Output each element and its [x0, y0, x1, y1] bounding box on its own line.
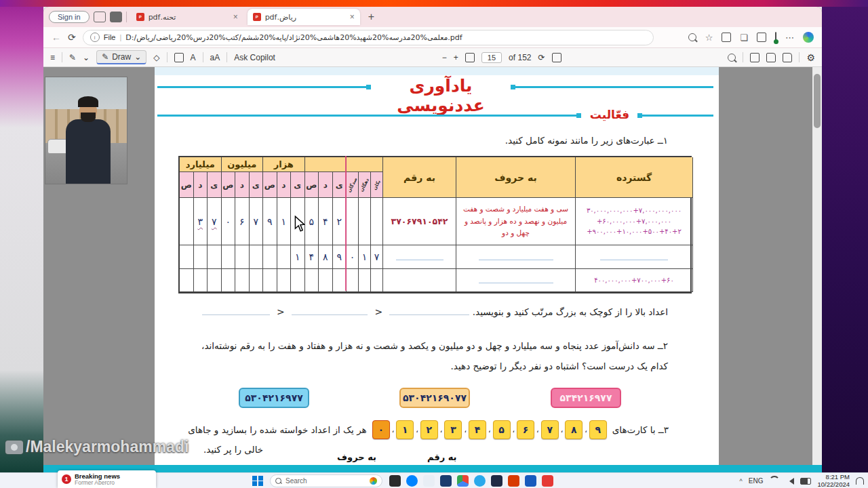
digit-cell[interactable] [371, 269, 383, 292]
digit-cell[interactable]: ۶ [235, 198, 250, 245]
wifi-icon[interactable] [769, 476, 780, 487]
new-tab-button[interactable]: + [364, 11, 378, 23]
taskbar-icon-app-orange[interactable] [508, 475, 519, 487]
digit-cell[interactable] [250, 269, 264, 292]
search-document-icon[interactable] [728, 54, 736, 62]
digit-cell[interactable] [250, 245, 264, 269]
digit-card-۳[interactable]: ۳ [444, 420, 462, 439]
page-info-icon[interactable]: i [90, 33, 100, 42]
taskbar-icon-app-red[interactable] [542, 475, 553, 487]
taskbar-icon-app-dark[interactable] [389, 475, 401, 487]
tray-chevron-icon[interactable]: ^ [740, 478, 743, 485]
sign-in-button[interactable]: Sign in [49, 11, 90, 23]
close-tab-icon[interactable]: × [233, 12, 238, 22]
digit-cell[interactable] [222, 269, 236, 292]
page-number-input[interactable]: 15 [481, 52, 502, 63]
volume-icon[interactable] [786, 478, 794, 485]
refresh-icon[interactable]: ⟳ [68, 32, 76, 43]
tab-pdf-2-active[interactable]: P ریاض.pdf × [248, 9, 360, 25]
digit-cell[interactable] [371, 198, 383, 245]
save-icon[interactable] [766, 53, 776, 62]
text-selection-icon[interactable]: A [191, 53, 196, 62]
digit-cell[interactable] [180, 198, 194, 245]
answer-blank[interactable] [202, 308, 270, 315]
zoom-page-icon[interactable] [688, 33, 696, 41]
digit-cell[interactable] [235, 269, 250, 292]
digit-cell[interactable] [208, 269, 222, 292]
berakam-cell-row3[interactable] [383, 269, 456, 292]
save-as-icon[interactable] [783, 53, 792, 62]
digit-cell[interactable] [222, 245, 236, 269]
digit-card-۹[interactable]: ۹ [589, 420, 607, 439]
digit-cell[interactable] [347, 269, 359, 292]
digit-card-۲[interactable]: ۲ [420, 420, 438, 439]
digit-card-۱[interactable]: ۱ [396, 420, 414, 439]
answer-box-pink[interactable]: ۵۳۴۲۱۶۹۷۷ [551, 388, 621, 408]
split-screen-icon[interactable] [722, 33, 731, 42]
ask-copilot-button[interactable]: Ask Copilot [234, 53, 275, 62]
digit-cell[interactable]: ۰ [222, 198, 236, 245]
copilot-icon[interactable] [803, 32, 814, 43]
digit-cell[interactable]: ۹ [333, 245, 347, 269]
workspaces-icon[interactable] [94, 12, 106, 22]
page-view-icon[interactable] [174, 53, 184, 62]
zoom-out-icon[interactable]: − [442, 53, 447, 62]
close-tab-icon[interactable]: × [350, 12, 355, 22]
answer-blank[interactable] [389, 308, 469, 315]
berakam-cell-row2[interactable] [383, 245, 456, 269]
digit-cell[interactable] [180, 269, 194, 292]
page-layout-icon[interactable] [552, 53, 561, 62]
tab-actions-icon[interactable] [110, 12, 122, 22]
taskbar-icon-word[interactable] [525, 475, 536, 487]
eraser-icon[interactable]: ◇ [153, 53, 159, 62]
digit-cell[interactable]: ۷ [371, 245, 383, 269]
settings-menu-dots-icon[interactable]: ⋯ [785, 33, 794, 43]
windows-start-icon[interactable] [252, 476, 263, 487]
digit-cell[interactable] [180, 245, 194, 269]
taskbar-icon-app-navy[interactable] [440, 475, 452, 487]
digit-cell[interactable]: ۱ [359, 245, 371, 269]
digit-cell[interactable]: ۵ [305, 198, 319, 245]
digit-cell[interactable] [235, 245, 250, 269]
clock[interactable]: 8:21 PM 10/22/2024 [817, 474, 850, 488]
language-indicator[interactable]: ENG [749, 477, 764, 485]
taskbar-icon-store[interactable] [423, 475, 435, 487]
taskbar-icon-chrome[interactable] [457, 475, 469, 487]
digit-cell[interactable] [194, 269, 208, 292]
taskbar-icon-app-slate[interactable] [491, 475, 502, 487]
rotate-icon[interactable]: ⟳ [538, 53, 545, 62]
digit-cell[interactable]: ۱ [277, 198, 292, 245]
digit-cell[interactable]: ۴ [319, 198, 333, 245]
digit-cell[interactable]: ۱ [291, 245, 305, 269]
digit-card-۷[interactable]: ۷ [541, 420, 559, 439]
digit-cell[interactable] [277, 245, 292, 269]
answer-box-blue[interactable]: ۵۳۰۴۲۱۶۹۷۷ [239, 388, 309, 408]
digit-cell[interactable]: ۴ [305, 245, 319, 269]
draw-button[interactable]: ✎ Draw ⌄ [96, 50, 146, 64]
digit-cell[interactable] [359, 198, 371, 245]
digit-cell[interactable]: ۷ [208, 198, 222, 245]
digit-card-۶[interactable]: ۶ [517, 420, 534, 439]
battery-icon[interactable] [800, 478, 811, 485]
collections-icon[interactable]: ❏ [740, 33, 748, 43]
digit-cell[interactable] [359, 269, 371, 292]
behorof-cell-row3[interactable] [456, 269, 576, 292]
taskbar-icon-messenger[interactable] [406, 475, 418, 487]
behorof-cell-row2[interactable] [456, 245, 576, 269]
taskbar-search-input[interactable]: Search [270, 474, 382, 487]
taskbar-icon-telegram[interactable] [474, 475, 486, 487]
digit-cell[interactable]: ۰ [347, 245, 359, 269]
highlighter-caret-icon[interactable]: ⌄ [83, 53, 90, 62]
digit-card-۵[interactable]: ۵ [493, 420, 511, 439]
digit-card-۸[interactable]: ۸ [565, 420, 583, 439]
print-icon[interactable] [750, 53, 760, 62]
digit-cell[interactable]: ۳ [194, 198, 208, 245]
digit-cell[interactable] [333, 269, 347, 292]
digit-cell[interactable] [263, 269, 277, 292]
browser-essentials-icon[interactable] [757, 33, 766, 42]
digit-cell[interactable]: ۲ [333, 198, 347, 245]
digit-cell[interactable] [277, 269, 292, 292]
notification-bell-icon[interactable] [856, 477, 864, 485]
digit-cell[interactable]: ۸ [319, 245, 333, 269]
toc-icon[interactable]: ≡ [50, 53, 55, 62]
